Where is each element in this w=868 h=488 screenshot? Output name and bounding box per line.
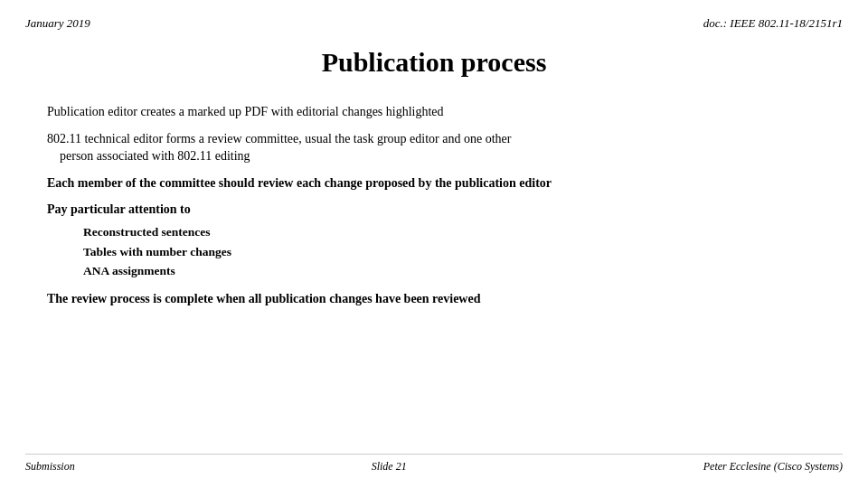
content-item-4-text: Pay particular attention to (47, 202, 191, 216)
content-item-1-text: Publication editor creates a marked up P… (47, 105, 444, 118)
slide: January 2019 doc.: IEEE 802.11-18/2151r1… (0, 0, 868, 488)
content-item-3: Each member of the committee should revi… (47, 174, 821, 192)
footer-slide-number: Slide 21 (372, 460, 407, 474)
content-item-5: The review process is complete when all … (47, 290, 821, 308)
content-area: Publication editor creates a marked up P… (0, 103, 868, 307)
content-item-2-text: 802.11 technical editor forms a review c… (47, 132, 511, 164)
title-section: Publication process (0, 47, 868, 78)
footer: Submission Slide 21 Peter Ecclesine (Cis… (25, 454, 843, 474)
sub-items-list: Reconstructed sentences Tables with numb… (83, 222, 821, 281)
header: January 2019 doc.: IEEE 802.11-18/2151r1 (0, 0, 868, 31)
sub-item-1: Reconstructed sentences (83, 222, 821, 242)
content-item-1: Publication editor creates a marked up P… (47, 103, 821, 121)
header-date: January 2019 (25, 16, 90, 31)
content-item-5-text: The review process is complete when all … (47, 292, 480, 305)
sub-item-3: ANA assignments (83, 261, 821, 281)
sub-item-2: Tables with number changes (83, 242, 821, 262)
content-item-4: Pay particular attention to Reconstructe… (47, 201, 821, 280)
header-doc: doc.: IEEE 802.11-18/2151r1 (703, 16, 843, 31)
slide-title: Publication process (0, 47, 868, 78)
content-item-2: 802.11 technical editor forms a review c… (47, 130, 821, 165)
content-item-3-text: Each member of the committee should revi… (47, 176, 552, 190)
footer-author: Peter Ecclesine (Cisco Systems) (703, 460, 843, 474)
footer-submission: Submission (25, 460, 75, 474)
